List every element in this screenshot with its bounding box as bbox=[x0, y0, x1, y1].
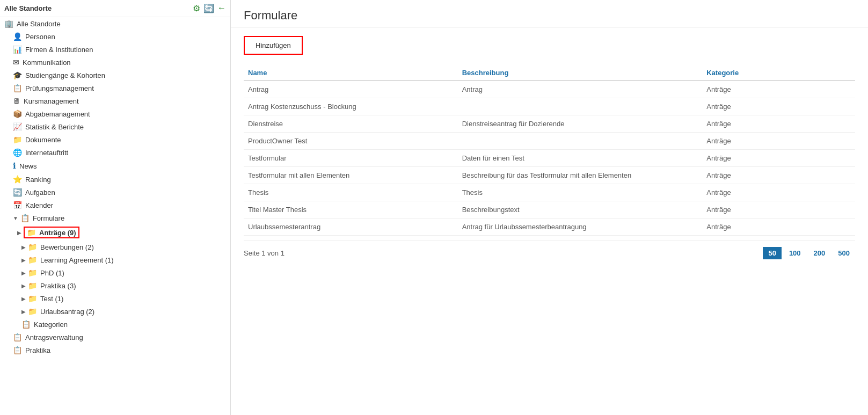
table-row[interactable]: Antrag Antrag Anträge bbox=[244, 81, 855, 98]
bewerbungen-icon: 📁 bbox=[28, 243, 37, 251]
add-button[interactable]: Hinzufügen bbox=[244, 36, 303, 55]
cell-beschreibung bbox=[458, 98, 703, 115]
sidebar-item-antragsverwaltung[interactable]: 📋 Antragsverwaltung bbox=[0, 331, 230, 344]
sidebar-item-news[interactable]: ℹ News bbox=[0, 159, 230, 173]
sidebar-item-label: Kursmanagement bbox=[24, 97, 79, 105]
cell-name: Antrag bbox=[244, 81, 458, 98]
sidebar-item-internetauftritt[interactable]: 🌐 Internetauftritt bbox=[0, 146, 230, 159]
cell-beschreibung bbox=[458, 133, 703, 150]
sidebar-item-phd[interactable]: ▶ 📁 PhD (1) bbox=[0, 266, 230, 279]
abgabemanagement-icon: 📦 bbox=[13, 110, 22, 118]
cell-kategorie: Anträge bbox=[702, 81, 855, 98]
table-row[interactable]: Titel Master Thesis Beschreibungstext An… bbox=[244, 201, 855, 219]
sidebar-item-aufgaben[interactable]: 🔄 Aufgaben bbox=[0, 186, 230, 199]
praktika-folder-icon: 📁 bbox=[28, 281, 37, 290]
refresh-icon[interactable]: 🔄 bbox=[203, 3, 214, 13]
sidebar-item-label: Antragsverwaltung bbox=[25, 333, 83, 341]
phd-arrow-icon: ▶ bbox=[21, 270, 26, 276]
cell-kategorie: Anträge bbox=[702, 201, 855, 219]
grid-icon[interactable]: ⚙ bbox=[193, 3, 200, 13]
sidebar-item-abgabemanagement[interactable]: 📦 Abgabemanagement bbox=[0, 107, 230, 120]
column-header-name[interactable]: Name bbox=[244, 65, 458, 81]
sidebar-item-kommunikation[interactable]: ✉ Kommunikation bbox=[0, 56, 230, 69]
sidebar-item-firmen[interactable]: 📊 Firmen & Institutionen bbox=[0, 43, 230, 56]
main-body: Hinzufügen Name Beschreibung Kategorie A… bbox=[231, 27, 868, 415]
column-header-beschreibung[interactable]: Beschreibung bbox=[458, 65, 703, 81]
column-header-kategorie[interactable]: Kategorie bbox=[702, 65, 855, 81]
sidebar-item-label: Urlaubsantrag (2) bbox=[40, 308, 94, 316]
sidebar-item-antraege[interactable]: ▶ 📁 Anträge (9) bbox=[0, 224, 230, 241]
arrow-icon[interactable]: ← bbox=[217, 3, 226, 13]
cell-name: Testformular mit allen Elementen bbox=[244, 167, 458, 184]
cell-name: Titel Master Thesis bbox=[244, 201, 458, 219]
bewerbungen-arrow-icon: ▶ bbox=[21, 244, 26, 250]
dokumente-icon: 📁 bbox=[13, 135, 22, 144]
sidebar-item-label: Anträge (9) bbox=[39, 229, 76, 237]
pagination-pages: 50100200500 bbox=[763, 247, 855, 259]
sidebar-item-label: Kalender bbox=[25, 201, 53, 209]
cell-name: Thesis bbox=[244, 184, 458, 201]
table-row[interactable]: Thesis Thesis Anträge bbox=[244, 184, 855, 201]
pagination-option-50[interactable]: 50 bbox=[763, 247, 781, 259]
sidebar-item-pruefungsmanagement[interactable]: 📋 Prüfungsmanagement bbox=[0, 82, 230, 94]
sidebar-item-label: Personen bbox=[25, 33, 55, 41]
kalender-icon: 📅 bbox=[13, 201, 22, 209]
pagination-option-200[interactable]: 200 bbox=[808, 247, 831, 259]
cell-beschreibung: Beschreibungstext bbox=[458, 201, 703, 219]
pagination-option-100[interactable]: 100 bbox=[784, 247, 806, 259]
sidebar-item-alle-standorte[interactable]: 🏢 Alle Standorte bbox=[0, 17, 230, 30]
sidebar-item-label: Internetauftritt bbox=[25, 149, 68, 157]
sidebar-item-formulare[interactable]: ▼ 📋 Formulare bbox=[0, 212, 230, 224]
cell-beschreibung: Thesis bbox=[458, 184, 703, 201]
table-row[interactable]: Testformular Daten für einen Test Anträg… bbox=[244, 150, 855, 167]
sidebar-item-kalender[interactable]: 📅 Kalender bbox=[0, 199, 230, 212]
ranking-icon: ⭐ bbox=[13, 175, 22, 184]
table-row[interactable]: Dienstreise Dienstreiseantrag für Dozier… bbox=[244, 115, 855, 133]
cell-beschreibung: Daten für einen Test bbox=[458, 150, 703, 167]
sidebar-item-test[interactable]: ▶ 📁 Test (1) bbox=[0, 292, 230, 305]
sidebar-header-title: Alle Standorte bbox=[4, 4, 52, 12]
cell-name: Dienstreise bbox=[244, 115, 458, 133]
sidebar-item-praktika2[interactable]: 📋 Praktika bbox=[0, 344, 230, 356]
table-header-row: Name Beschreibung Kategorie bbox=[244, 65, 855, 81]
cell-beschreibung: Dienstreiseantrag für Dozierende bbox=[458, 115, 703, 133]
sidebar-header-icons: ⚙ 🔄 ← bbox=[193, 3, 226, 13]
sidebar-item-kursmanagement[interactable]: 🖥 Kursmanagement bbox=[0, 94, 230, 107]
sidebar-item-praktika[interactable]: ▶ 📁 Praktika (3) bbox=[0, 279, 230, 292]
cell-kategorie: Anträge bbox=[702, 98, 855, 115]
cell-kategorie: Anträge bbox=[702, 133, 855, 150]
sidebar-item-learning-agreement[interactable]: ▶ 📁 Learning Agreement (1) bbox=[0, 253, 230, 266]
antraege-arrow-icon: ▶ bbox=[17, 230, 21, 236]
cell-beschreibung: Antrag für Urlaubssemesterbeantragung bbox=[458, 219, 703, 236]
sidebar-item-label: Abgabemanagement bbox=[25, 110, 90, 118]
sidebar-item-statistik[interactable]: 📈 Statistik & Berichte bbox=[0, 120, 230, 133]
sidebar-item-label: Alle Standorte bbox=[17, 20, 61, 28]
sidebar-header: Alle Standorte ⚙ 🔄 ← bbox=[0, 0, 230, 17]
antraege-highlight-box: 📁 Anträge (9) bbox=[24, 227, 79, 238]
sidebar-item-urlaubsantrag[interactable]: ▶ 📁 Urlaubsantrag (2) bbox=[0, 305, 230, 318]
table-row[interactable]: Antrag Kostenzuschuss - Blockung Anträge bbox=[244, 98, 855, 115]
cell-name: Testformular bbox=[244, 150, 458, 167]
sidebar-item-label: Praktika (3) bbox=[40, 282, 76, 290]
sidebar-item-label: Learning Agreement (1) bbox=[40, 256, 114, 264]
cell-kategorie: Anträge bbox=[702, 184, 855, 201]
sidebar-item-bewerbungen[interactable]: ▶ 📁 Bewerbungen (2) bbox=[0, 241, 230, 253]
cell-name: Urlaubssemesterantrag bbox=[244, 219, 458, 236]
pagination-option-500[interactable]: 500 bbox=[833, 247, 855, 259]
sidebar-item-kategorien[interactable]: 📋 Kategorien bbox=[0, 318, 230, 331]
sidebar-item-label: Aufgaben bbox=[25, 188, 55, 196]
sidebar-item-label: Firmen & Institutionen bbox=[25, 46, 93, 54]
sidebar-item-label: Dokumente bbox=[25, 136, 61, 144]
sidebar-item-personen[interactable]: 👤 Personen bbox=[0, 30, 230, 43]
table-row[interactable]: Testformular mit allen Elementen Beschre… bbox=[244, 167, 855, 184]
table-row[interactable]: ProductOwner Test Anträge bbox=[244, 133, 855, 150]
table-row[interactable]: Urlaubssemesterantrag Antrag für Urlaubs… bbox=[244, 219, 855, 236]
sidebar-item-label: Kommunikation bbox=[23, 59, 71, 67]
kommunikation-icon: ✉ bbox=[13, 58, 19, 67]
sidebar-item-ranking[interactable]: ⭐ Ranking bbox=[0, 173, 230, 186]
internetauftritt-icon: 🌐 bbox=[13, 148, 22, 157]
sidebar-item-dokumente[interactable]: 📁 Dokumente bbox=[0, 133, 230, 146]
urlaubsantrag-icon: 📁 bbox=[28, 307, 37, 316]
sidebar-item-label: Prüfungsmanagement bbox=[25, 84, 94, 92]
sidebar-item-studiengaenge[interactable]: 🎓 Studiengänge & Kohorten bbox=[0, 69, 230, 82]
